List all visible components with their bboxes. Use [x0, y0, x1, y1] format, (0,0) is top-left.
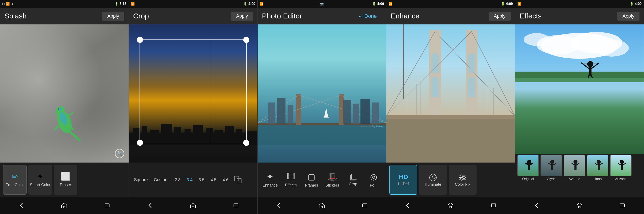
smart-color-label: Smart Color: [30, 183, 50, 188]
crop-apply-button[interactable]: Apply: [231, 11, 253, 20]
editor-focus-tool[interactable]: ◎ Fo...: [364, 165, 384, 195]
svg-point-85: [550, 160, 554, 164]
effects-apply-button[interactable]: Apply: [618, 11, 640, 20]
recent-button-5[interactable]: [617, 200, 628, 211]
enhance-photo-area: [386, 24, 515, 163]
enhance-bridge-svg: [386, 24, 515, 163]
battery-icon-3: 🔋: [372, 2, 376, 5]
home-button-3[interactable]: [316, 200, 327, 211]
illuminate-tool[interactable]: Illuminate: [419, 165, 447, 195]
signal-icon-5: 📶: [517, 2, 521, 5]
recent-icon-1: [104, 202, 110, 209]
free-color-tool[interactable]: ✏ Free Color: [3, 165, 26, 195]
editor-stickers-tool[interactable]: 🎩 Stickers: [322, 165, 343, 195]
svg-line-48: [472, 31, 515, 116]
battery-icon-5: 🔋: [630, 2, 634, 5]
editor-crop-tool[interactable]: Crop: [342, 165, 364, 195]
eraser-label: Eraser: [60, 183, 71, 188]
illuminate-label: Illuminate: [424, 182, 441, 187]
editor-enhance-icon: ✦: [266, 172, 274, 181]
status-bar-3: 📶 📷 🔋 4:00: [258, 0, 386, 8]
crop-handle-br[interactable]: [243, 140, 249, 146]
effect-arizona[interactable]: Arizona: [610, 155, 632, 181]
svg-rect-7: [133, 128, 140, 141]
crop-option-23[interactable]: 2:3: [172, 176, 184, 184]
crop-option-custom[interactable]: Custom: [151, 176, 172, 184]
back-button-2[interactable]: [145, 200, 156, 211]
back-button-1[interactable]: [16, 200, 27, 211]
status-right-3: 🔋 4:00: [372, 2, 384, 6]
svg-point-63: [463, 177, 465, 179]
effect-original[interactable]: Original: [517, 155, 539, 181]
status-bar-1: ⬡ 📶 ▲ 🔋 3:13: [0, 0, 128, 8]
back-button-4[interactable]: [402, 200, 413, 211]
crop-option-46[interactable]: 4:6: [220, 176, 232, 184]
status-right-2: 🔋 4:00: [244, 2, 255, 6]
splash-apply-button[interactable]: Apply: [102, 11, 124, 20]
svg-rect-32: [268, 102, 275, 124]
home-icon-1: [61, 202, 68, 209]
editor-frames-tool[interactable]: ▢ Frames: [301, 165, 322, 195]
crop-option-square[interactable]: Square: [131, 176, 151, 184]
effect-clyde[interactable]: Clyde: [540, 155, 562, 181]
smart-color-icon: ✦: [37, 172, 43, 181]
svg-rect-37: [360, 99, 370, 124]
color-fix-icon: [458, 173, 467, 182]
signal-icon-4: 📶: [388, 2, 392, 5]
editor-done-button[interactable]: ✓ Done: [353, 11, 382, 21]
crop-option-35[interactable]: 3:5: [196, 176, 208, 184]
eraser-tool[interactable]: ⬜ Eraser: [54, 165, 77, 195]
home-button-2[interactable]: [188, 200, 198, 211]
svg-rect-35: [343, 100, 351, 124]
status-right-1: 🔋 3:13: [115, 2, 126, 6]
home-button-4[interactable]: [445, 200, 456, 211]
recent-button-3[interactable]: [359, 200, 370, 211]
crop-box[interactable]: [140, 39, 247, 143]
editor-toolbar: ✦ Enhance 🎞 Effects ▢ Frames 🎩 Stickers …: [258, 163, 386, 197]
home-button-5[interactable]: [574, 200, 585, 211]
status-bar-4: 📶 🔋 4:09: [386, 0, 515, 8]
crop-handle-tr[interactable]: [243, 37, 249, 43]
status-bar-5: 📶 🔋 4:00: [515, 0, 644, 8]
crop-photo-area: [129, 24, 258, 163]
status-right-5: 🔋 4:00: [630, 2, 642, 6]
editor-enhance-label: Enhance: [262, 183, 278, 188]
wifi-icon-1: ▲: [11, 2, 14, 5]
crop-handle-tl[interactable]: [137, 37, 143, 43]
effects-sky-svg: [515, 29, 644, 82]
recent-button-2[interactable]: [230, 200, 241, 211]
back-button-3[interactable]: [274, 200, 284, 211]
back-button-5[interactable]: [531, 200, 542, 211]
editor-stickers-icon: 🎩: [327, 172, 337, 181]
status-left-5: 📶: [517, 2, 521, 5]
color-fix-tool[interactable]: Color Fix: [449, 165, 476, 195]
editor-effects-tool[interactable]: 🎞 Effects: [280, 165, 302, 195]
zoom-icon[interactable]: 🔍: [115, 149, 124, 158]
enhance-toolbar: HD Hi-Def Illuminate Color Fix: [386, 163, 515, 197]
original-thumb-img: [517, 155, 539, 176]
recent-button-1[interactable]: [102, 200, 112, 211]
editor-enhance-tool[interactable]: ✦ Enhance: [260, 165, 280, 195]
app-bar-effects: Effects Apply: [515, 8, 644, 24]
smart-color-tool[interactable]: ✦ Smart Color: [28, 165, 52, 195]
effect-haas[interactable]: Haas: [587, 155, 608, 181]
effect-avenue[interactable]: Avenue: [564, 155, 585, 181]
editor-stickers-label: Stickers: [326, 183, 339, 188]
home-icon-5: [576, 202, 583, 209]
splash-title: Splash: [4, 12, 26, 20]
clyde-label: Clyde: [547, 177, 556, 181]
crop-grid-v1: [175, 40, 175, 143]
nav-bar-3: [258, 197, 386, 214]
svg-rect-39: [362, 204, 367, 207]
color-fix-label: Color Fix: [455, 182, 470, 187]
haas-label: Haas: [594, 177, 602, 181]
recent-button-4[interactable]: [488, 200, 499, 211]
hidef-tool[interactable]: HD Hi-Def: [390, 165, 417, 195]
crop-option-45[interactable]: 4:5: [208, 176, 220, 184]
center-icon-3: 📷: [320, 2, 324, 6]
editor-photo-area: Powered by Aviary: [258, 24, 386, 163]
crop-handle-bl[interactable]: [137, 140, 143, 146]
enhance-apply-button[interactable]: Apply: [488, 11, 511, 20]
crop-option-34[interactable]: 3:4: [184, 176, 196, 184]
home-button-1[interactable]: [59, 200, 70, 211]
